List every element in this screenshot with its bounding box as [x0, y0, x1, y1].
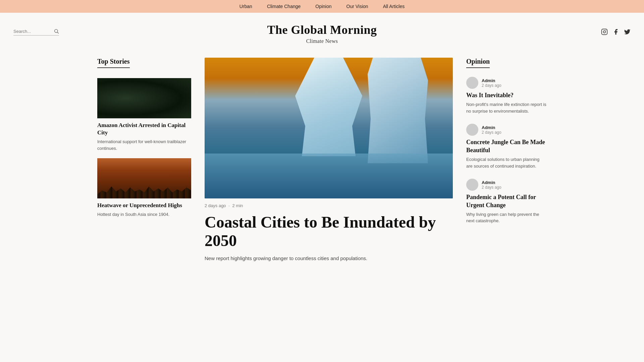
sidebar-left: Top Stories Amazon Activist Arrested in …: [97, 58, 191, 262]
social-links: [601, 28, 631, 37]
opinion-title: Opinion: [466, 58, 490, 68]
nav-all-articles[interactable]: All Articles: [383, 4, 405, 9]
opinion-1-author-info: Admin 2 days ago: [482, 78, 501, 88]
facebook-link[interactable]: [612, 28, 619, 37]
story-1-desc: International support for well-known tra…: [97, 138, 191, 152]
opinion-item-3[interactable]: Admin 2 days ago Pandemic a Potent Call …: [466, 179, 547, 224]
twitter-link[interactable]: [624, 28, 631, 37]
opinion-3-author-date: 2 days ago: [482, 185, 501, 190]
article-dot: ·: [228, 203, 230, 208]
search-input[interactable]: [13, 29, 54, 34]
opinion-2-desc: Ecological solutions to urban planning a…: [466, 156, 547, 169]
article-description: New report highlights growing danger to …: [205, 254, 453, 262]
story-card-2[interactable]: Heatwave or Unprecedented Highs Hottest …: [97, 158, 191, 218]
story-1-image: [97, 78, 191, 118]
opinion-3-author-name: Admin: [482, 180, 501, 185]
site-subtitle: Climate News: [13, 38, 631, 44]
opinion-2-author-row: Admin 2 days ago: [466, 124, 547, 136]
article-date: 2 days ago: [205, 203, 226, 208]
header: The Global Morning Climate News: [0, 13, 644, 51]
hero-image: [205, 58, 453, 198]
article-title: Coastal Cities to Be Inundated by 2050: [205, 213, 453, 250]
site-title: The Global Morning: [13, 23, 631, 37]
opinion-1-desc: Non-profit's marine life extinction repo…: [466, 101, 547, 114]
opinion-item-1[interactable]: Admin 2 days ago Was It Inevitable? Non-…: [466, 77, 547, 114]
opinion-3-author-row: Admin 2 days ago: [466, 179, 547, 191]
opinion-2-title: Concrete Jungle Can Be Made Beautiful: [466, 138, 547, 154]
article-read: 2 min: [232, 203, 243, 208]
instagram-link[interactable]: [601, 28, 608, 37]
opinion-2-avatar: [466, 124, 478, 136]
nav-opinion[interactable]: Opinion: [315, 4, 331, 9]
iceberg-decoration: [368, 58, 428, 163]
instagram-icon: [601, 28, 608, 35]
svg-line-1: [57, 32, 59, 34]
twitter-icon: [624, 28, 631, 35]
opinion-1-author-name: Admin: [482, 78, 501, 83]
opinion-3-desc: Why living green can help prevent the ne…: [466, 211, 547, 224]
opinion-1-author-row: Admin 2 days ago: [466, 77, 547, 89]
story-2-title: Heatwave or Unprecedented Highs: [97, 202, 191, 209]
story-2-desc: Hottest day in South Asia since 1904.: [97, 211, 191, 218]
svg-point-3: [603, 31, 606, 33]
nav-urban[interactable]: Urban: [239, 4, 252, 9]
opinion-2-author-info: Admin 2 days ago: [482, 125, 501, 135]
opinion-item-2[interactable]: Admin 2 days ago Concrete Jungle Can Be …: [466, 124, 547, 169]
svg-point-0: [55, 29, 58, 33]
search-bar[interactable]: [13, 28, 59, 36]
opinion-2-author-name: Admin: [482, 125, 501, 130]
opinion-3-title: Pandemic a Potent Call for Urgent Change: [466, 193, 547, 209]
story-1-title: Amazon Activist Arrested in Capital City: [97, 122, 191, 136]
opinion-2-author-date: 2 days ago: [482, 130, 501, 135]
page-wrapper: Urban Climate Change Opinion Our Vision …: [0, 0, 644, 262]
opinion-1-title: Was It Inevitable?: [466, 92, 547, 99]
story-2-image: [97, 158, 191, 198]
svg-rect-2: [602, 29, 607, 35]
top-nav: Urban Climate Change Opinion Our Vision …: [0, 0, 644, 13]
story-card-1[interactable]: Amazon Activist Arrested in Capital City…: [97, 78, 191, 152]
nav-climate-change[interactable]: Climate Change: [267, 4, 301, 9]
center-article: 2 days ago · 2 min Coastal Cities to Be …: [205, 58, 453, 262]
facebook-icon: [612, 28, 619, 35]
opinion-1-author-date: 2 days ago: [482, 83, 501, 88]
opinion-1-avatar: [466, 77, 478, 89]
main-layout: Top Stories Amazon Activist Arrested in …: [87, 58, 557, 262]
article-meta: 2 days ago · 2 min: [205, 203, 453, 208]
top-stories-title: Top Stories: [97, 58, 130, 68]
opinion-3-author-info: Admin 2 days ago: [482, 180, 501, 190]
sidebar-right: Opinion Admin 2 days ago Was It Inevitab…: [466, 58, 547, 262]
opinion-3-avatar: [466, 179, 478, 191]
search-icon[interactable]: [54, 28, 59, 34]
svg-point-4: [606, 30, 606, 31]
nav-our-vision[interactable]: Our Vision: [346, 4, 368, 9]
